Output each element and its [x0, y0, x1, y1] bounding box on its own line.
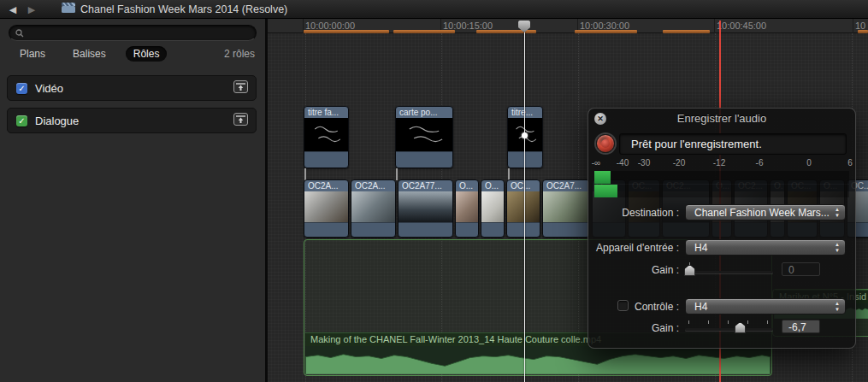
clip-thumbnail [399, 191, 452, 222]
playhead-line[interactable] [524, 30, 526, 382]
storyline-clip[interactable]: OC2A... [351, 179, 396, 238]
clip-label: O... [481, 180, 504, 191]
tab-plans[interactable]: Plans [12, 46, 53, 62]
clip-label: carte po... [396, 107, 452, 118]
clip-label: O... [456, 180, 478, 191]
clip-label: OC2A7... [543, 180, 589, 191]
clip-label: OC2A... [304, 180, 348, 191]
clip-connection-line [508, 168, 510, 180]
slider-tick [728, 320, 729, 324]
meter-bar-right [594, 185, 849, 197]
clip-footer [351, 222, 395, 238]
input-device-popup[interactable]: H4 ▲▼ [685, 239, 846, 256]
clip-footer [399, 222, 452, 238]
gain2-label: Gain : [588, 322, 679, 334]
record-status: Prêt pour l'enregistrement. [619, 133, 847, 155]
storyline-clip[interactable]: OC2A7... [542, 179, 590, 238]
gain2-value[interactable]: -6,7 [782, 320, 820, 333]
ruler-range-segment [858, 30, 868, 33]
role-checkbox[interactable]: ✓ [16, 83, 27, 94]
role-label: Dialogue [35, 115, 233, 127]
forward-icon[interactable]: ▶ [22, 0, 41, 19]
roles-count: 2 rôles [224, 48, 255, 60]
clip-thumbnail [481, 191, 504, 222]
title-clip[interactable]: carte po... [395, 106, 453, 168]
destination-value: Chanel Fashion Week Mars... [694, 207, 830, 219]
role-label: Vidéo [35, 82, 233, 95]
role-row-vidéo[interactable]: ✓Vidéo [7, 75, 257, 101]
meter-bar-left [594, 171, 849, 184]
destination-popup[interactable]: Chanel Fashion Week Mars... ▲▼ [685, 204, 846, 220]
gain2-slider-track[interactable] [685, 328, 773, 331]
index-sidebar: PlansBalisesRôles 2 rôles ✓Vidéo✓Dialogu… [0, 19, 265, 382]
meter-scale-label: 0 [806, 158, 812, 167]
slider-tick [688, 320, 689, 324]
slider-tick [747, 320, 748, 324]
ruler-range-segment [476, 30, 536, 33]
record-audio-dialog: ✕ Enregistrer l'audio Prêt pour l'enregi… [588, 108, 856, 349]
export-role-icon[interactable] [233, 80, 248, 97]
monitor-label: Contrôle : [588, 301, 679, 313]
slider-tick [767, 320, 768, 324]
ruler-range-segment [304, 30, 389, 33]
role-checkbox[interactable]: ✓ [16, 115, 27, 126]
title-clip[interactable]: titre fa... [304, 106, 349, 168]
clip-thumbnail [396, 118, 452, 151]
gain1-slider-thumb[interactable] [684, 265, 695, 276]
clip-thumbnail [543, 191, 589, 222]
tab-balises[interactable]: Balises [65, 46, 114, 62]
back-icon[interactable]: ◀ [3, 0, 22, 19]
monitor-popup[interactable]: H4 ▲▼ [685, 298, 846, 314]
storyline-clip[interactable]: OC2A77... [398, 179, 453, 238]
gain2-slider-thumb[interactable] [735, 322, 746, 333]
popup-arrows-icon: ▲▼ [835, 301, 840, 313]
monitor-value: H4 [694, 301, 707, 313]
clip-footer [304, 151, 348, 168]
window-title: Chanel Fashion Week Mars 2014 (Resolve) [80, 3, 287, 15]
clip-footer [304, 222, 348, 238]
gain1-value[interactable]: 0 [782, 262, 820, 276]
titlebar: ◀ ▶ Chanel Fashion Week Mars 2014 (Resol… [0, 0, 868, 19]
clip-connection-line [396, 168, 398, 180]
meter-scale-label: -6 [756, 158, 764, 167]
export-role-icon[interactable] [233, 113, 248, 129]
gain1-slider-track[interactable] [685, 271, 773, 273]
storyline-clip[interactable]: O... [481, 179, 505, 238]
ruler-tick [853, 19, 853, 33]
clip-thumbnail [351, 191, 395, 222]
destination-label: Destination : [588, 207, 679, 219]
meter-scale-label: -20 [673, 158, 685, 167]
ruler-range-segment [663, 30, 710, 33]
clip-thumbnail [456, 191, 478, 222]
timeline[interactable]: 10:00:00:0010:00:15:0010:00:30:0010:00:4… [268, 19, 868, 382]
search-input[interactable] [27, 27, 245, 39]
clip-label: OC2A77... [399, 180, 452, 191]
slider-tick [708, 320, 709, 324]
search-field[interactable] [9, 25, 257, 41]
gain1-label: Gain : [588, 264, 679, 276]
storyline-clip[interactable]: OC2A... [304, 179, 349, 238]
app-window: ◀ ▶ Chanel Fashion Week Mars 2014 (Resol… [0, 0, 868, 382]
clip-label: OC2A... [351, 180, 395, 191]
clip-label: titre fa... [304, 107, 348, 118]
clip-footer [481, 222, 504, 238]
meter-scale-label: -40 [617, 158, 629, 167]
search-icon [15, 26, 24, 41]
ruler-range-segment [393, 30, 455, 33]
storyline-clip[interactable]: O... [455, 179, 479, 238]
record-button[interactable] [596, 134, 615, 153]
clip-connection-line [304, 168, 306, 180]
timeline-ruler[interactable]: 10:00:00:0010:00:15:0010:00:30:0010:00:4… [268, 19, 868, 33]
clapperboard-icon [62, 2, 75, 17]
ruler-tick [714, 19, 715, 33]
meter-scale-label: 6 [847, 158, 853, 167]
playhead-dot [522, 132, 528, 138]
input-device-value: H4 [694, 242, 707, 254]
dialog-title: Enregistrer l'audio [588, 112, 855, 125]
meter-scale-label: -∞ [592, 158, 600, 167]
meter-scale-label: -30 [638, 158, 650, 167]
meter-scale-label: -12 [713, 158, 725, 167]
popup-arrows-icon: ▲▼ [835, 207, 840, 219]
role-row-dialogue[interactable]: ✓Dialogue [7, 108, 257, 133]
tab-rôles[interactable]: Rôles [126, 46, 168, 62]
